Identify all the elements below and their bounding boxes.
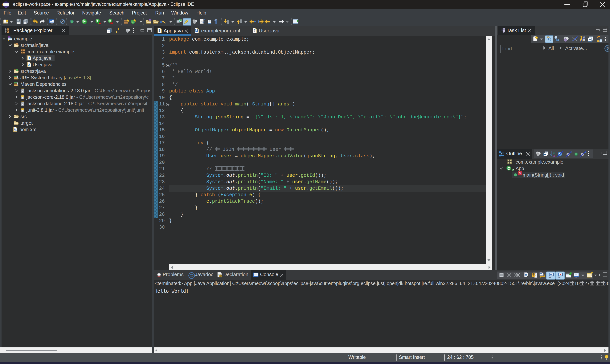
svg-text:C: C [507, 167, 510, 170]
svg-text:@: @ [220, 274, 222, 277]
svg-text:C: C [179, 19, 181, 22]
svg-text:z: z [553, 154, 555, 157]
